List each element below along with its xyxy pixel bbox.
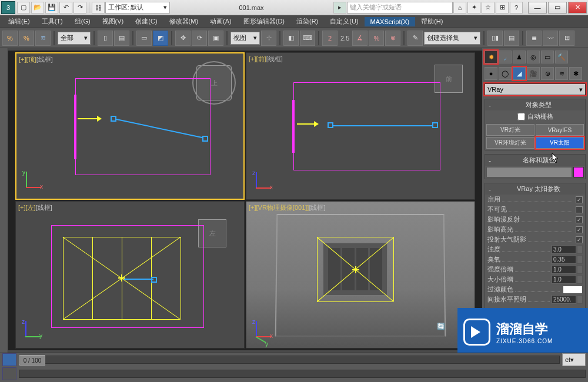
unlink-icon[interactable]: % xyxy=(19,31,34,46)
edit-named-icon[interactable]: ✎ xyxy=(407,31,423,46)
param-checkbox[interactable] xyxy=(576,216,583,223)
param-spinner[interactable]: 0.35 xyxy=(552,255,576,264)
menu-rendering[interactable]: 渲染(R) xyxy=(290,16,324,27)
param-spinner[interactable]: 25000. xyxy=(552,295,576,304)
systems-subtab-icon[interactable]: ✱ xyxy=(569,67,582,80)
create-tab-icon[interactable]: ✸ xyxy=(485,51,497,63)
save-file-icon[interactable]: 💾 xyxy=(45,2,58,14)
snap2d-icon[interactable]: 2 xyxy=(322,31,338,46)
maximize-button[interactable]: ▭ xyxy=(548,2,567,14)
align-icon[interactable]: ▤ xyxy=(504,31,519,46)
key-filters-button[interactable] xyxy=(2,367,16,380)
tool-b-icon[interactable]: ☆ xyxy=(482,2,495,14)
param-checkbox[interactable] xyxy=(576,196,583,203)
link-icon[interactable]: ⛓ xyxy=(92,2,105,14)
rollout-collapse-icon[interactable]: - xyxy=(486,186,493,193)
spinner-snap-icon[interactable]: ⊚ xyxy=(385,31,400,46)
help-icon[interactable]: ⌂ xyxy=(453,2,466,14)
param-checkbox[interactable] xyxy=(576,206,583,213)
helpers-subtab-icon[interactable]: ⊚ xyxy=(541,67,554,80)
viewport-left[interactable]: [+][左][线框] 左 zy xyxy=(15,201,245,349)
menu-grapheditors[interactable]: 图形编辑器(D) xyxy=(238,16,290,27)
rotate-icon[interactable]: ⟳ xyxy=(192,31,207,46)
rollout-collapse-icon[interactable]: - xyxy=(486,157,493,164)
hierarchy-tab-icon[interactable]: ♟ xyxy=(513,51,526,63)
window-crossing-icon[interactable]: ◩ xyxy=(153,31,168,46)
menu-maxscript[interactable]: MAXScript(X) xyxy=(365,17,416,26)
pivot-icon[interactable]: ⊹ xyxy=(261,31,276,46)
autogrid-checkbox[interactable] xyxy=(517,113,525,120)
spacewarps-subtab-icon[interactable]: ≋ xyxy=(555,67,568,80)
spinner-arrows-icon[interactable] xyxy=(577,255,583,264)
renderer-category-dropdown[interactable]: VRay ▾ xyxy=(485,83,586,95)
vraylight-button[interactable]: VR灯光 xyxy=(486,124,534,136)
motion-tab-icon[interactable]: ◎ xyxy=(527,51,540,63)
search-input[interactable]: 键入关键字或短语 xyxy=(347,2,453,14)
new-file-icon[interactable]: ▢ xyxy=(17,2,30,14)
layers-icon[interactable]: ≣ xyxy=(526,31,542,46)
param-checkbox[interactable] xyxy=(576,226,583,233)
param-checkbox[interactable] xyxy=(576,236,583,243)
curve-editor-icon[interactable]: 〰 xyxy=(543,31,558,46)
object-color-swatch[interactable] xyxy=(573,167,584,177)
viewport-front[interactable]: [+][前][线框] 前 zx xyxy=(246,52,475,200)
vrayambient-button[interactable]: VR环境灯光 xyxy=(486,137,534,149)
spinner-arrows-icon[interactable] xyxy=(577,295,583,304)
select-link-icon[interactable]: % xyxy=(2,31,18,46)
menu-help[interactable]: 帮助(H) xyxy=(415,16,449,27)
redo-icon[interactable]: ↷ xyxy=(74,2,86,14)
param-spinner[interactable]: 1.0 xyxy=(552,265,576,274)
viewport-camera[interactable]: [+][VR物理摄像[001]][线框] 🔄 z x y xyxy=(246,201,475,349)
workspace-dropdown[interactable]: 工作区: 默认 ▾ xyxy=(105,2,170,14)
render-refresh-icon[interactable]: 🔄 xyxy=(437,323,445,330)
display-tab-icon[interactable]: ▭ xyxy=(541,51,554,63)
time-slider-thumb[interactable]: 0 / 100 xyxy=(19,355,45,366)
app-logo-icon[interactable]: 3 xyxy=(1,1,15,14)
viewport-top[interactable]: [+][顶][线框] 上 yx xyxy=(15,52,245,200)
select-rect-icon[interactable]: ▭ xyxy=(136,31,152,46)
help2-icon[interactable]: ? xyxy=(510,2,523,14)
mirror-icon[interactable]: ▯▮ xyxy=(487,31,503,46)
spinner-arrows-icon[interactable] xyxy=(577,275,583,284)
menu-views[interactable]: 视图(V) xyxy=(96,16,130,27)
menu-animation[interactable]: 动画(A) xyxy=(204,16,238,27)
param-spinner[interactable]: 1.0 xyxy=(552,275,576,284)
named-selection-dropdown[interactable]: 创建选择集▾ xyxy=(424,32,480,45)
trackbar[interactable] xyxy=(19,370,586,378)
time-slider[interactable]: 0 / 100 xyxy=(19,356,560,364)
menu-group[interactable]: 组(G) xyxy=(69,16,96,27)
undo-icon[interactable]: ↶ xyxy=(59,2,72,14)
modify-tab-icon[interactable]: ◞ xyxy=(499,51,512,63)
vrayies-button[interactable]: VRayIES xyxy=(536,124,584,136)
keyboard-icon[interactable]: ⌨ xyxy=(300,31,315,46)
vraysun-button[interactable]: VR太阳 xyxy=(536,137,584,149)
utilities-tab-icon[interactable]: 🔨 xyxy=(555,51,568,63)
select-manip-icon[interactable]: ◧ xyxy=(283,31,299,46)
time-config-dropdown[interactable]: et ▾ xyxy=(562,353,586,366)
menu-customize[interactable]: 自定义(U) xyxy=(324,16,364,27)
percent-snap-icon[interactable]: % xyxy=(369,31,384,46)
spinner-arrows-icon[interactable] xyxy=(577,265,583,274)
lights-subtab-icon[interactable]: ◢ xyxy=(513,67,526,80)
select-object-icon[interactable]: ▯ xyxy=(98,31,113,46)
menu-modifiers[interactable]: 修改器(M) xyxy=(163,16,205,27)
cameras-subtab-icon[interactable]: 🎥 xyxy=(527,67,540,80)
spinner-arrows-icon[interactable] xyxy=(577,245,583,254)
param-spinner[interactable]: 3.0 xyxy=(552,245,576,254)
schematic-icon[interactable]: ⊞ xyxy=(559,31,574,46)
scale-icon[interactable]: ▣ xyxy=(208,31,223,46)
ref-coord-dropdown[interactable]: 视图▾ xyxy=(230,32,260,45)
menu-tools[interactable]: 工具(T) xyxy=(36,16,69,27)
select-name-icon[interactable]: ▤ xyxy=(114,31,129,46)
param-color-swatch[interactable] xyxy=(563,286,583,294)
shapes-subtab-icon[interactable]: ◯ xyxy=(499,67,512,80)
selection-filter-dropdown[interactable]: 全部▾ xyxy=(58,32,91,45)
rollout-collapse-icon[interactable]: - xyxy=(486,102,493,109)
menu-create[interactable]: 创建(C) xyxy=(129,16,163,27)
object-name-input[interactable] xyxy=(486,167,572,177)
move-icon[interactable]: ✥ xyxy=(175,31,191,46)
set-key-button[interactable] xyxy=(2,353,16,366)
close-button[interactable]: ✕ xyxy=(568,2,587,14)
tool-c-icon[interactable]: ⊞ xyxy=(496,2,509,14)
tool-a-icon[interactable]: ✦ xyxy=(467,2,480,14)
